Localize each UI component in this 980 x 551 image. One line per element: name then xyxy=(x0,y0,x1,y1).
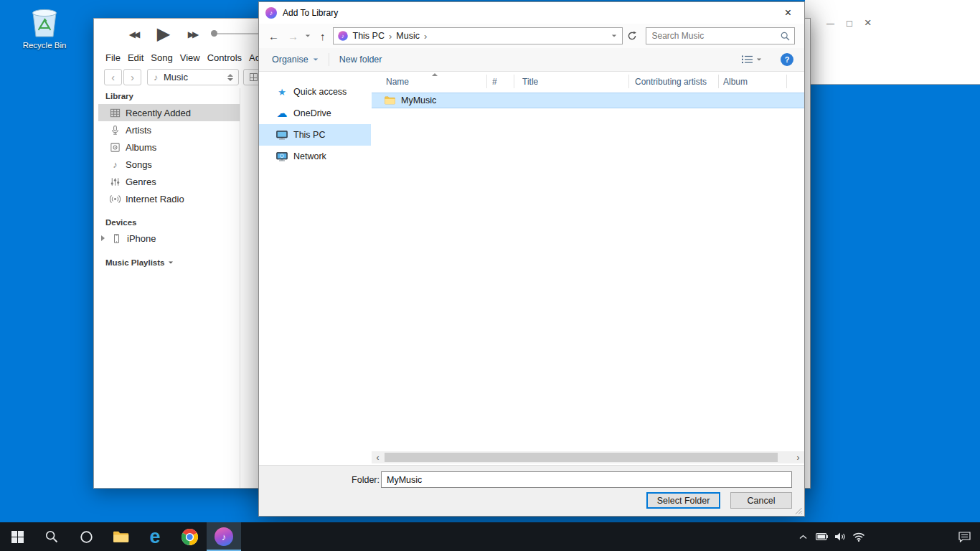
sidebar-label: Internet Radio xyxy=(126,194,184,204)
music-note-icon: ♪ xyxy=(341,33,344,39)
edge-button[interactable]: e xyxy=(138,522,172,551)
battery-icon xyxy=(816,533,828,540)
cancel-button[interactable]: Cancel xyxy=(730,492,792,509)
sidebar-item-artists[interactable]: Artists xyxy=(98,121,240,138)
dialog-toolbar: Organise New folder ? xyxy=(259,48,804,72)
sidebar-item-genres[interactable]: Genres xyxy=(98,173,240,190)
sidebar-item-onedrive[interactable]: ☁ OneDrive xyxy=(259,103,371,124)
menu-view[interactable]: View xyxy=(176,50,204,65)
sidebar-label: Albums xyxy=(126,142,156,153)
file-list: Name # Title Contributing artists Album … xyxy=(372,72,804,465)
sidebar-item-albums[interactable]: Albums xyxy=(98,138,240,156)
volume-tray-icon[interactable] xyxy=(831,522,849,551)
music-playlists-header[interactable]: Music Playlists xyxy=(98,257,240,268)
column-header-name[interactable]: Name xyxy=(386,77,409,87)
sidebar-item-quick-access[interactable]: ★ Quick access xyxy=(259,81,371,103)
location-icon: ♪ xyxy=(338,31,348,41)
expand-chevron-icon[interactable] xyxy=(101,235,105,241)
nav-item-label: Quick access xyxy=(293,87,347,97)
nav-back-button[interactable]: ← xyxy=(268,30,279,42)
new-folder-button[interactable]: New folder xyxy=(339,55,382,65)
help-button[interactable]: ? xyxy=(781,53,793,66)
recycle-bin-label: Recycle Bin xyxy=(16,41,73,50)
column-separator[interactable] xyxy=(786,75,787,88)
wifi-icon xyxy=(852,532,865,542)
organise-button[interactable]: Organise xyxy=(272,55,319,65)
play-button[interactable]: ▶ xyxy=(151,22,176,46)
battery-tray-icon[interactable] xyxy=(812,522,831,551)
menu-file[interactable]: File xyxy=(102,50,124,65)
search-input[interactable] xyxy=(646,28,794,44)
column-header-contributing-artists[interactable]: Contributing artists xyxy=(635,77,707,87)
desktop: Recycle Bin — □ × ◀◀ ▶ ▶▶ File Edit Song… xyxy=(0,0,980,551)
sidebar-item-iphone[interactable]: iPhone xyxy=(98,230,240,247)
file-explorer-button[interactable] xyxy=(103,522,138,551)
sidebar-item-recently-added[interactable]: Recently Added xyxy=(98,104,240,121)
dialog-close-button[interactable]: × xyxy=(772,2,804,24)
scrollbar-thumb[interactable] xyxy=(385,453,778,462)
recent-locations-chevron-icon[interactable] xyxy=(306,34,310,37)
add-to-library-dialog: ♪ Add To Library × ← → ↑ ♪ This PC › Mus… xyxy=(258,1,805,517)
recycle-bin[interactable]: Recycle Bin xyxy=(16,4,73,50)
column-separator[interactable] xyxy=(486,75,487,88)
sidebar-label: Recently Added xyxy=(126,108,191,118)
dialog-bottombar: Folder: Select Folder Cancel xyxy=(259,465,804,516)
column-header-number[interactable]: # xyxy=(492,77,497,87)
select-folder-button[interactable]: Select Folder xyxy=(646,492,720,509)
network-tray-icon[interactable] xyxy=(849,522,868,551)
breadcrumb-this-pc[interactable]: This PC xyxy=(349,31,389,41)
chrome-icon xyxy=(181,528,199,546)
sidebar-item-songs[interactable]: ♪ Songs xyxy=(98,156,240,173)
address-bar[interactable]: ♪ This PC › Music › xyxy=(333,27,623,44)
cortana-button[interactable] xyxy=(69,522,103,551)
menu-edit[interactable]: Edit xyxy=(124,50,147,65)
sidebar-item-network[interactable]: Network xyxy=(259,146,371,167)
tray-expand-button[interactable] xyxy=(793,522,812,551)
taskbar-search-button[interactable] xyxy=(34,522,69,551)
itunes-taskbar-button[interactable]: ♪ xyxy=(207,522,241,551)
nav-up-button[interactable]: ↑ xyxy=(320,30,326,42)
sidebar-item-this-pc[interactable]: This PC xyxy=(259,124,371,146)
breadcrumb-separator-icon: › xyxy=(424,31,427,42)
media-dropdown-label: Music xyxy=(164,72,188,83)
fast-forward-button[interactable]: ▶▶ xyxy=(179,25,206,44)
bg-maximize-button[interactable]: □ xyxy=(847,18,852,29)
chevron-down-icon xyxy=(227,78,233,81)
column-separator[interactable] xyxy=(514,75,514,88)
scroll-right-arrow[interactable]: › xyxy=(792,453,804,463)
recycle-bin-icon xyxy=(29,4,60,39)
column-separator[interactable] xyxy=(628,75,629,88)
rewind-button[interactable]: ◀◀ xyxy=(120,25,147,44)
nav-forward-button[interactable]: → xyxy=(288,30,298,42)
volume-knob[interactable] xyxy=(211,30,217,37)
bg-minimize-button[interactable]: — xyxy=(826,19,834,27)
breadcrumb-music[interactable]: Music xyxy=(392,31,424,41)
resize-grip[interactable] xyxy=(794,507,803,515)
sidebar-item-internet-radio[interactable]: Internet Radio xyxy=(98,190,240,207)
forward-chevron-icon: › xyxy=(131,72,134,83)
media-kind-dropdown[interactable]: ♪ Music xyxy=(147,69,239,85)
start-button[interactable] xyxy=(0,522,34,551)
refresh-button[interactable] xyxy=(624,27,640,44)
menu-song[interactable]: Song xyxy=(147,50,176,65)
itunes-back-button[interactable]: ‹ xyxy=(104,69,122,85)
column-header-album[interactable]: Album xyxy=(723,77,748,87)
bg-close-button[interactable]: × xyxy=(864,16,872,30)
scroll-left-arrow[interactable]: ‹ xyxy=(372,453,384,463)
list-view-icon xyxy=(742,55,753,64)
chrome-button[interactable] xyxy=(172,522,207,551)
grid-table-icon xyxy=(110,108,121,118)
itunes-forward-button[interactable]: › xyxy=(123,69,141,85)
column-separator[interactable] xyxy=(718,75,719,88)
address-dropdown-chevron-icon[interactable] xyxy=(611,34,616,37)
toolbar-separator xyxy=(329,53,329,66)
horizontal-scrollbar[interactable]: ‹ › xyxy=(372,451,804,463)
file-row-mymusic[interactable]: MyMusic xyxy=(372,93,804,108)
dialog-navbar: ← → ↑ ♪ This PC › Music › xyxy=(259,24,804,48)
column-header-title[interactable]: Title xyxy=(522,77,538,87)
dialog-titlebar[interactable]: ♪ Add To Library × xyxy=(259,2,804,24)
view-mode-button[interactable] xyxy=(742,55,762,64)
folder-input[interactable] xyxy=(381,471,792,488)
action-center-button[interactable] xyxy=(948,522,980,551)
menu-controls[interactable]: Controls xyxy=(204,50,245,65)
